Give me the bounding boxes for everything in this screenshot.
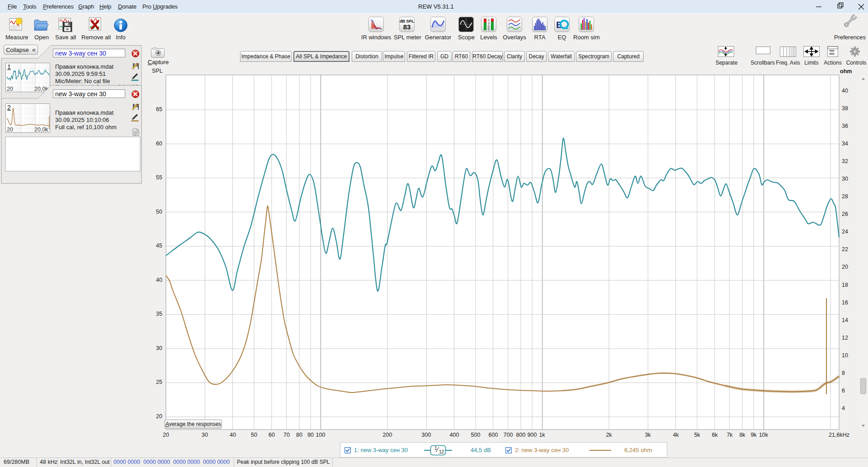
svg-text:1: 1 [434, 446, 437, 451]
svg-text:12: 12 [439, 449, 444, 454]
